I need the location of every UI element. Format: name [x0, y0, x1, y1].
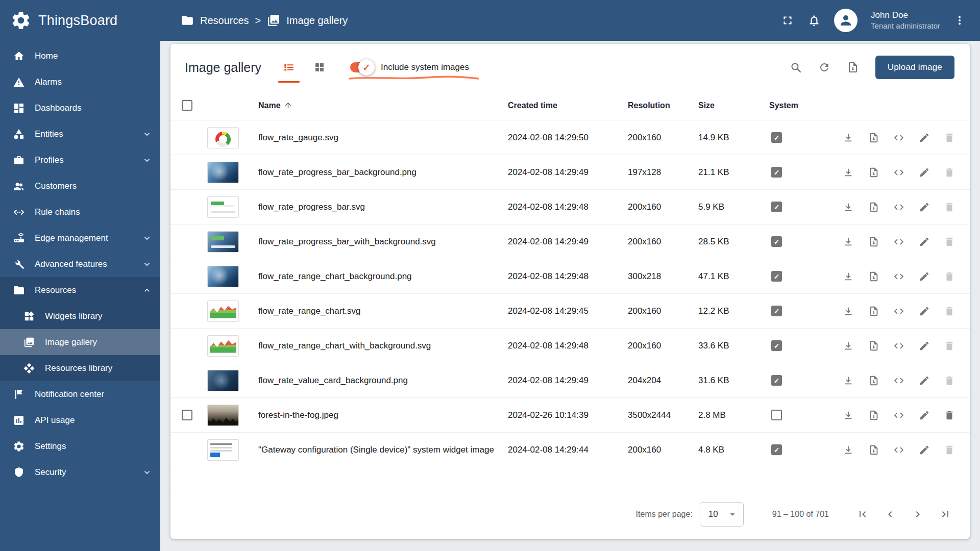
embed-code-icon-button[interactable] [889, 336, 909, 356]
delete-icon-button[interactable] [939, 440, 960, 460]
sidebar-item-entities[interactable]: Entities [0, 121, 160, 147]
edit-pencil-icon-button[interactable] [914, 232, 935, 252]
table-row[interactable]: flow_rate_progress_bar.svg 2024-02-08 14… [170, 190, 970, 224]
export-file-icon-button[interactable] [864, 232, 884, 252]
edit-pencil-icon-button[interactable] [914, 266, 935, 287]
embed-code-icon-button[interactable] [889, 440, 909, 460]
image-thumbnail[interactable] [207, 335, 239, 357]
delete-icon-button[interactable] [939, 370, 960, 391]
image-thumbnail[interactable] [207, 231, 239, 253]
sidebar-item-settings[interactable]: Settings [0, 433, 160, 459]
avatar[interactable] [834, 9, 857, 32]
sidebar-item-customers[interactable]: Customers [0, 173, 160, 199]
export-file-icon-button[interactable] [864, 336, 884, 356]
embed-code-icon-button[interactable] [889, 197, 909, 217]
image-thumbnail[interactable] [207, 370, 239, 391]
sidebar-item-widgets-library[interactable]: Widgets library [0, 303, 160, 329]
delete-icon-button[interactable] [939, 197, 960, 217]
edit-pencil-icon-button[interactable] [914, 301, 935, 321]
edit-pencil-icon-button[interactable] [914, 370, 935, 391]
export-file-icon-button[interactable] [864, 162, 884, 183]
sidebar-item-notification-center[interactable]: Notification center [0, 381, 160, 407]
breadcrumb-resources[interactable]: Resources [181, 14, 249, 27]
table-row[interactable]: flow_rate_gauge.svg 2024-02-08 14:29:50 … [170, 120, 970, 155]
embed-code-icon-button[interactable] [889, 301, 909, 321]
last-page-button[interactable] [935, 504, 955, 524]
notifications-bell-icon[interactable] [807, 14, 821, 27]
export-file-icon-button[interactable] [864, 128, 884, 148]
brand-logo[interactable]: ThingsBoard [0, 0, 160, 41]
kebab-menu-icon[interactable] [953, 14, 966, 27]
delete-icon-button[interactable] [939, 266, 960, 287]
edit-pencil-icon-button[interactable] [914, 440, 935, 460]
name-column-header[interactable]: Name [258, 101, 508, 110]
sidebar-item-edge-management[interactable]: Edge management [0, 225, 160, 251]
table-row[interactable]: flow_rate_range_chart_with_background.sv… [170, 329, 970, 363]
image-thumbnail[interactable] [207, 127, 239, 148]
sidebar-item-image-gallery[interactable]: Image gallery [0, 329, 160, 355]
download-icon-button[interactable] [838, 197, 859, 217]
export-file-icon-button[interactable] [864, 266, 884, 287]
download-icon-button[interactable] [838, 405, 859, 425]
sidebar-item-rule-chains[interactable]: Rule chains [0, 199, 160, 225]
table-row[interactable]: flow_rate_value_card_background.png 2024… [170, 363, 970, 398]
image-thumbnail[interactable] [207, 439, 239, 461]
download-icon-button[interactable] [838, 232, 859, 252]
download-icon-button[interactable] [838, 336, 859, 356]
embed-code-icon-button[interactable] [889, 266, 909, 287]
row-checkbox[interactable] [182, 410, 192, 420]
sidebar-item-advanced-features[interactable]: Advanced features [0, 251, 160, 277]
sidebar-item-alarms[interactable]: Alarms [0, 69, 160, 95]
include-system-images-toggle[interactable]: ✓ Include system images [350, 62, 469, 72]
sidebar-item-profiles[interactable]: Profiles [0, 147, 160, 173]
fullscreen-icon[interactable] [781, 14, 794, 27]
delete-icon-button[interactable] [939, 336, 960, 356]
download-icon-button[interactable] [838, 128, 859, 148]
image-thumbnail[interactable] [207, 300, 239, 322]
edit-pencil-icon-button[interactable] [914, 405, 935, 425]
download-icon-button[interactable] [838, 266, 859, 287]
embed-code-icon-button[interactable] [889, 162, 909, 183]
upload-image-button[interactable]: Upload image [875, 56, 954, 79]
sidebar-item-resources[interactable]: Resources [0, 277, 160, 303]
table-row[interactable]: "Gateway configuration (Single device)" … [170, 433, 970, 467]
sidebar-item-security[interactable]: Security [0, 459, 160, 485]
image-thumbnail[interactable] [207, 162, 239, 183]
page-size-select[interactable]: 10 [700, 502, 744, 527]
table-row[interactable]: flow_rate_range_chart.svg 2024-02-08 14:… [170, 294, 970, 329]
table-row[interactable]: flow_rate_progress_bar_background.png 20… [170, 155, 970, 190]
search-icon[interactable] [790, 61, 802, 73]
grid-view-tab[interactable] [304, 44, 335, 91]
export-file-icon-button[interactable] [864, 301, 884, 321]
table-row[interactable]: forest-in-the-fog.jpeg 2024-02-26 10:14:… [170, 398, 970, 433]
embed-code-icon-button[interactable] [889, 405, 909, 425]
edit-pencil-icon-button[interactable] [914, 162, 935, 183]
embed-code-icon-button[interactable] [889, 370, 909, 391]
user-menu[interactable]: John Doe Tenant administrator [871, 10, 940, 31]
download-icon-button[interactable] [838, 370, 859, 391]
edit-pencil-icon-button[interactable] [914, 197, 935, 217]
previous-page-button[interactable] [880, 504, 900, 524]
delete-icon-button[interactable] [939, 162, 960, 183]
import-image-icon[interactable] [847, 61, 859, 73]
delete-icon-button[interactable] [939, 232, 960, 252]
export-file-icon-button[interactable] [864, 405, 884, 425]
select-all-checkbox[interactable] [182, 100, 192, 111]
created-time-column-header[interactable]: Created time [508, 101, 628, 110]
sidebar-item-api-usage[interactable]: API usage [0, 407, 160, 433]
image-thumbnail[interactable] [207, 266, 239, 287]
edit-pencil-icon-button[interactable] [914, 128, 935, 148]
embed-code-icon-button[interactable] [889, 232, 909, 252]
sidebar-item-dashboards[interactable]: Dashboards [0, 95, 160, 121]
embed-code-icon-button[interactable] [889, 128, 909, 148]
sidebar-item-resources-library[interactable]: Resources library [0, 355, 160, 381]
delete-icon-button[interactable] [939, 405, 960, 425]
edit-pencil-icon-button[interactable] [914, 336, 935, 356]
breadcrumb-image-gallery[interactable]: Image gallery [267, 14, 348, 27]
table-row[interactable]: flow_rate_range_chart_background.png 202… [170, 259, 970, 294]
export-file-icon-button[interactable] [864, 197, 884, 217]
next-page-button[interactable] [908, 504, 928, 524]
delete-icon-button[interactable] [939, 301, 960, 321]
delete-icon-button[interactable] [939, 128, 960, 148]
refresh-icon[interactable] [818, 61, 830, 73]
